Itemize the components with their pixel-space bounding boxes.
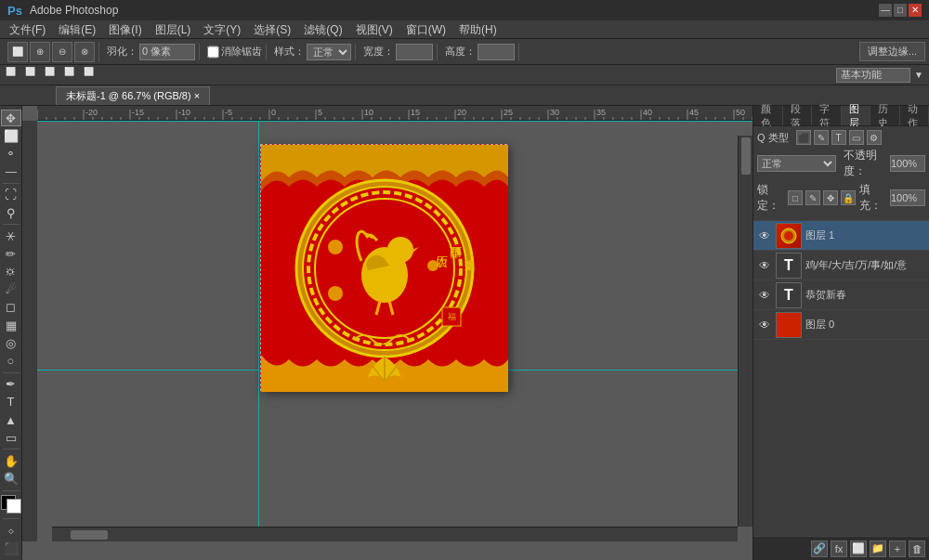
tool-divider-3 <box>3 372 20 373</box>
height-input[interactable] <box>478 44 515 60</box>
vertical-scrollbar[interactable] <box>738 136 752 527</box>
blur-tool[interactable]: ◎ <box>1 334 21 351</box>
title-controls[interactable]: — □ ✕ <box>879 4 922 17</box>
opacity-input[interactable] <box>890 155 925 172</box>
new-group-btn[interactable]: 📁 <box>870 540 886 557</box>
menu-view[interactable]: 视图(V) <box>350 20 399 39</box>
width-input[interactable] <box>396 44 433 60</box>
workspace-arrow[interactable]: ▼ <box>914 70 923 80</box>
hand-tool[interactable]: ✋ <box>1 452 21 469</box>
link-layers-btn[interactable]: 🔗 <box>811 540 828 557</box>
layer-eye-text1[interactable]: 👁 <box>757 258 772 273</box>
layer-style-btn[interactable]: fx <box>831 540 847 557</box>
shape-tool[interactable]: ▭ <box>1 429 21 446</box>
menu-window[interactable]: 窗口(W) <box>400 20 451 39</box>
canvas-content[interactable]: 农历 丁酉年 贰零壹柒 福 <box>37 121 752 541</box>
brush-tool[interactable]: ✏ <box>1 245 21 262</box>
quick-mask-btn[interactable]: ⬦ <box>1 522 21 539</box>
opt-tool-1[interactable]: ⬜ <box>6 67 22 84</box>
menu-text[interactable]: 文字(Y) <box>198 20 246 39</box>
intersect-selection-btn[interactable]: ⊗ <box>74 42 95 62</box>
move-tool[interactable]: ✥ <box>1 110 21 126</box>
dodge-tool[interactable]: ○ <box>1 352 21 369</box>
color-swatch[interactable] <box>1 495 21 513</box>
layer-mask-btn[interactable]: ⬜ <box>850 540 867 557</box>
maximize-button[interactable]: □ <box>894 4 907 17</box>
opt-tool-5[interactable]: ⬜ <box>84 67 100 84</box>
opt-tool-3[interactable]: ⬜ <box>45 67 61 84</box>
layer-item-0[interactable]: 👁 图层 0 <box>753 310 929 340</box>
document-canvas[interactable]: 农历 丁酉年 贰零壹柒 福 <box>260 144 507 391</box>
layer-eye-1[interactable]: 👁 <box>757 228 772 243</box>
kind-shape-icon[interactable]: ▭ <box>849 130 864 145</box>
document-tab[interactable]: 未标题-1 @ 66.7% (RGB/8) × <box>56 86 210 105</box>
kind-pixel-icon[interactable]: ⬛ <box>796 130 811 145</box>
refine-edge-button[interactable]: 调整边缘... <box>859 42 925 61</box>
zoom-tool[interactable]: 🔍 <box>1 470 21 487</box>
layer-name-text2: 恭贺新春 <box>805 288 925 302</box>
kind-text-icon[interactable]: T <box>831 130 846 145</box>
panel-tab-color[interactable]: 颜色 <box>753 106 783 125</box>
path-select-tool[interactable]: ▲ <box>1 411 21 428</box>
panel-tab-history[interactable]: 历史 <box>870 106 900 125</box>
quick-select-tool[interactable]: ⸻ <box>1 163 21 180</box>
layer-eye-text2[interactable]: 👁 <box>757 288 772 303</box>
menu-select[interactable]: 选择(S) <box>248 20 296 39</box>
pen-tool[interactable]: ✒ <box>1 376 21 393</box>
menu-image[interactable]: 图像(I) <box>103 20 147 39</box>
svg-text:0: 0 <box>271 108 276 117</box>
fill-input[interactable] <box>890 189 925 206</box>
spot-heal-tool[interactable]: ⚹ <box>1 228 21 244</box>
panel-tab-para[interactable]: 段落 <box>783 106 813 125</box>
scrollbar-thumb-h[interactable] <box>71 530 108 540</box>
selection-tool[interactable]: ⬜ <box>1 127 21 144</box>
crop-tool[interactable]: ⛶ <box>1 187 21 203</box>
scrollbar-thumb-v[interactable] <box>741 137 751 175</box>
layer-item-1[interactable]: 👁 图层 1 <box>753 221 929 251</box>
kind-adjust-icon[interactable]: ✎ <box>814 130 829 145</box>
layer-item-text2[interactable]: 👁 T 恭贺新春 <box>753 280 929 310</box>
new-selection-btn[interactable]: ⬜ <box>7 42 28 62</box>
menu-filter[interactable]: 滤镜(Q) <box>298 20 347 39</box>
menu-file[interactable]: 文件(F) <box>4 20 51 39</box>
opacity-label: 不透明度： <box>844 148 886 179</box>
history-brush-tool[interactable]: ☄ <box>1 281 21 298</box>
minimize-button[interactable]: — <box>879 4 892 17</box>
ruler-left-svg <box>22 121 37 541</box>
menu-help[interactable]: 帮助(H) <box>453 20 503 39</box>
menu-edit[interactable]: 编辑(E) <box>53 20 101 39</box>
lock-all-icon[interactable]: 🔒 <box>841 190 856 205</box>
kind-smart-icon[interactable]: ⚙ <box>867 130 882 145</box>
screen-mode-btn[interactable]: ⬛ <box>1 540 21 556</box>
lock-transparent-icon[interactable]: □ <box>788 190 803 205</box>
panel-tab-layers[interactable]: 图层 <box>842 106 871 125</box>
eraser-tool[interactable]: ◻ <box>1 299 21 316</box>
background-color[interactable] <box>7 499 21 514</box>
panel-tab-actions[interactable]: 动作 <box>900 106 930 125</box>
lock-move-icon[interactable]: ✥ <box>823 190 838 205</box>
eyedropper-tool[interactable]: ⚲ <box>1 204 21 221</box>
workspace-search[interactable] <box>836 68 910 83</box>
blend-mode-select[interactable]: 正常 <box>757 155 836 172</box>
opt-tool-4[interactable]: ⬜ <box>64 67 81 84</box>
layer-item-text1[interactable]: 👁 T 鸡/年/大/吉/万/事/如/意 <box>753 251 929 280</box>
layer-eye-0[interactable]: 👁 <box>757 318 772 332</box>
close-button[interactable]: ✕ <box>909 4 922 17</box>
clone-tool[interactable]: ⛭ <box>1 263 21 280</box>
menu-layer[interactable]: 图层(L) <box>150 20 197 39</box>
lock-paint-icon[interactable]: ✎ <box>805 190 820 205</box>
new-layer-btn[interactable]: + <box>889 540 906 557</box>
subtract-selection-btn[interactable]: ⊖ <box>52 42 72 62</box>
lasso-tool[interactable]: ⚬ <box>1 145 21 162</box>
add-selection-btn[interactable]: ⊕ <box>30 42 50 62</box>
feather-input[interactable] <box>139 44 195 60</box>
panel-tab-char[interactable]: 字符 <box>812 106 842 125</box>
delete-layer-btn[interactable]: 🗑 <box>909 540 925 557</box>
text-tool[interactable]: T <box>1 394 21 410</box>
horizontal-scrollbar[interactable] <box>52 527 738 541</box>
layer-thumb-t2: T <box>784 287 793 304</box>
gradient-tool[interactable]: ▦ <box>1 317 21 333</box>
style-select[interactable]: 正常 <box>307 44 351 60</box>
opt-tool-2[interactable]: ⬜ <box>25 67 42 84</box>
antialias-checkbox[interactable] <box>207 44 219 60</box>
